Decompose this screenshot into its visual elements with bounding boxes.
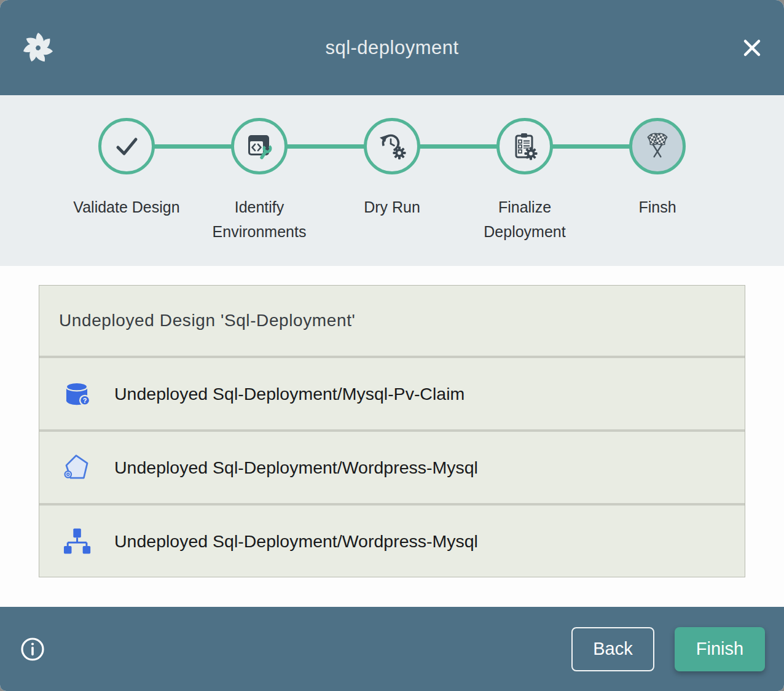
step-circle [98,118,155,174]
close-icon [739,34,766,61]
step-label: Finsh [591,195,724,219]
step-circle [364,118,420,174]
topology-icon [61,526,92,556]
step-label: Dry Run [326,195,458,219]
dialog-footer: Back Finish [0,607,784,691]
status-text: Undeployed Sql-Deployment/Wordpress-Mysq… [114,458,478,478]
finish-button[interactable]: Finish [675,627,765,671]
list-item: Undeployed Sql-Deployment/Wordpress-Mysq… [39,429,745,503]
checkered-flags-icon [640,129,675,163]
step-circle [496,118,553,174]
step-label: Validate Design [60,195,193,219]
check-icon [112,131,141,161]
info-icon [20,636,45,662]
dialog-header: sql-deployment [0,0,784,95]
step-validate-design[interactable]: Validate Design [60,118,193,244]
step-finish[interactable]: Finsh [591,118,724,244]
close-button[interactable] [737,33,767,63]
step-label: Identify Environments [193,195,326,244]
step-circle [231,118,288,174]
dialog-title: sql-deployment [0,37,784,59]
list-item: Undeployed Sql-Deployment/Wordpress-Mysq… [39,503,745,577]
wizard-stepper: Validate Design Identify Environments [0,95,784,266]
clipboard-gear-icon [509,131,540,162]
deployment-status-list: Undeployed Design 'Sql-Deployment' ? Und… [39,285,745,577]
database-icon: ? [61,378,92,409]
status-text: Undeployed Design 'Sql-Deployment' [59,311,355,330]
deployment-wizard-dialog: sql-deployment [0,0,784,691]
step-finalize-deployment[interactable]: Finalize Deployment [458,118,591,244]
status-text: Undeployed Sql-Deployment/Wordpress-Mysq… [114,531,478,552]
sync-gear-icon [377,131,407,162]
step-dry-run[interactable]: Dry Run [326,118,458,244]
pinwheel-logo [21,31,55,65]
back-button[interactable]: Back [571,627,654,671]
step-identify-environments[interactable]: Identify Environments [193,118,326,244]
wizard-content: Undeployed Design 'Sql-Deployment' ? Und… [0,266,784,607]
step-circle-current [629,118,686,174]
list-item: ? Undeployed Sql-Deployment/Mysql-Pv-Cla… [39,356,745,429]
info-button[interactable] [19,636,46,663]
service-shape-icon [61,452,92,483]
code-window-wrench-icon [244,131,275,162]
svg-text:?: ? [83,397,87,404]
list-item: Undeployed Design 'Sql-Deployment' [39,286,745,356]
step-label: Finalize Deployment [458,195,591,244]
status-text: Undeployed Sql-Deployment/Mysql-Pv-Claim [114,384,465,404]
